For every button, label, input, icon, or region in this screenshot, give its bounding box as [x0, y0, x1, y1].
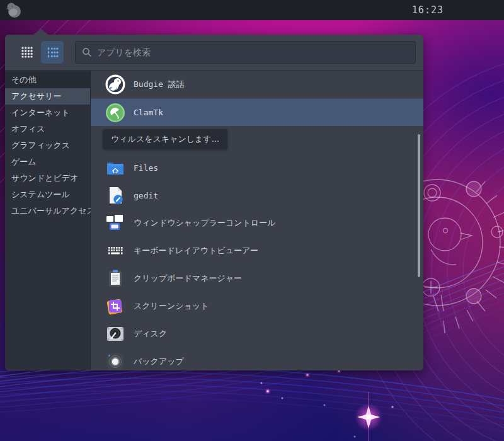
app-label: Files	[134, 163, 158, 173]
menu-header	[5, 35, 423, 71]
app-row-backup[interactable]: バックアップ	[91, 348, 423, 370]
app-menu-popup: その他 アクセサリー インターネット オフィス グラフィックス ゲーム サウンド…	[5, 35, 423, 370]
files-icon	[105, 158, 125, 178]
app-row-files[interactable]: Files	[91, 154, 423, 181]
budgie-logo-icon	[5, 1, 23, 19]
tooltip-area: ウィルスをスキャンします...	[91, 126, 423, 154]
app-label: バックアップ	[134, 356, 184, 367]
gedit-icon	[105, 185, 125, 205]
budgie-menu-button[interactable]	[0, 0, 28, 20]
app-label: スクリーンショット	[134, 301, 209, 312]
clipboard-manager-icon	[105, 268, 125, 289]
app-row-clamtk[interactable]: ClamTk	[91, 98, 423, 126]
screenshot-icon	[105, 296, 125, 316]
category-accessories[interactable]: アクセサリー	[5, 88, 90, 105]
app-label: ウィンドウシャップラーコントロール	[134, 217, 276, 229]
app-label: Budgie 談話	[134, 79, 185, 90]
list-view-button[interactable]	[41, 41, 64, 64]
app-row-gedit[interactable]: gedit	[91, 181, 423, 209]
list-view-icon	[46, 46, 59, 59]
app-row-budgie-hangout[interactable]: Budgie 談話	[91, 71, 423, 98]
category-graphics[interactable]: グラフィックス	[5, 137, 90, 154]
search-input[interactable]	[97, 47, 409, 57]
top-panel: 16:23	[0, 0, 504, 20]
app-label: キーボードレイアウトビューアー	[134, 245, 258, 256]
category-internet[interactable]: インターネット	[5, 105, 90, 121]
clock[interactable]: 16:23	[412, 0, 444, 20]
category-sidebar: その他 アクセサリー インターネット オフィス グラフィックス ゲーム サウンド…	[5, 71, 91, 370]
grid-view-icon	[21, 46, 33, 59]
category-games[interactable]: ゲーム	[5, 154, 90, 170]
category-other[interactable]: その他	[5, 72, 90, 88]
category-universal-access[interactable]: ユニバーサルアクセス	[5, 203, 90, 219]
disks-icon	[105, 324, 125, 344]
budgie-hangout-icon	[105, 74, 125, 94]
app-list-scrollbar[interactable]	[418, 134, 420, 277]
category-system-tools[interactable]: システムツール	[5, 186, 90, 203]
sparkle-stars	[260, 369, 393, 441]
app-list: Budgie 談話 ClamTk ウィルスをス	[91, 71, 423, 370]
app-row-disks[interactable]: ディスク	[91, 320, 423, 348]
search-icon	[82, 47, 92, 57]
popup-arrow	[33, 29, 49, 35]
app-label: ディスク	[134, 328, 167, 340]
window-shuffler-icon	[105, 213, 125, 233]
desktop: 16:23	[0, 0, 504, 441]
app-search-box	[75, 41, 416, 64]
app-row-window-shuffler[interactable]: ウィンドウシャップラーコントロール	[91, 209, 423, 237]
menu-body: その他 アクセサリー インターネット オフィス グラフィックス ゲーム サウンド…	[5, 71, 423, 370]
app-label: ClamTk	[134, 108, 163, 117]
app-row-screenshot[interactable]: スクリーンショット	[91, 292, 423, 320]
app-label: gedit	[134, 191, 158, 200]
category-office[interactable]: オフィス	[5, 121, 90, 137]
backup-icon	[105, 352, 125, 370]
app-row-clipboard-manager[interactable]: クリップボードマネージャー	[91, 265, 423, 292]
clamtk-icon	[105, 103, 125, 123]
grid-view-button[interactable]	[16, 41, 38, 64]
ornament-ticks	[444, 181, 504, 333]
category-sound-video[interactable]: サウンドとビデオ	[5, 170, 90, 186]
keyboard-layout-icon	[105, 241, 125, 261]
app-label: クリップボードマネージャー	[134, 273, 242, 284]
app-row-keyboard-layout-viewer[interactable]: キーボードレイアウトビューアー	[91, 237, 423, 265]
app-tooltip: ウィルスをスキャンします...	[103, 129, 227, 149]
